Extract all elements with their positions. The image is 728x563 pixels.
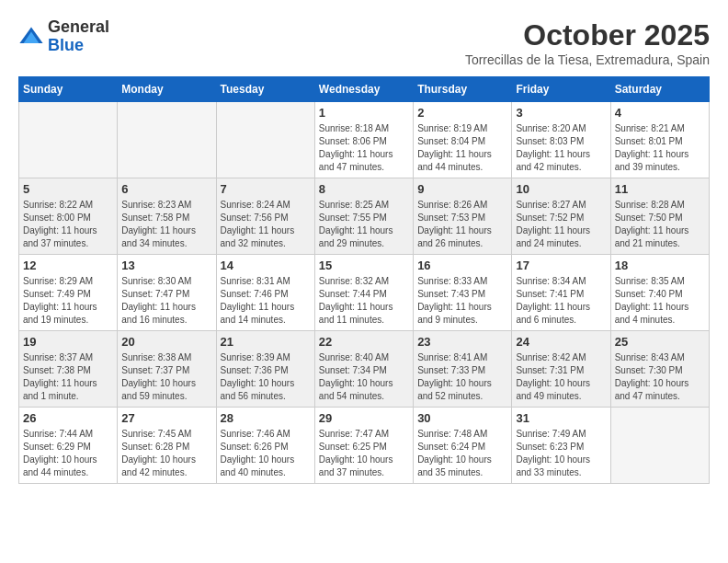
calendar-cell: 28Sunrise: 7:46 AM Sunset: 6:26 PM Dayli… bbox=[216, 408, 314, 484]
day-info: Sunrise: 8:38 AM Sunset: 7:37 PM Dayligh… bbox=[121, 351, 211, 403]
calendar-cell: 14Sunrise: 8:31 AM Sunset: 7:46 PM Dayli… bbox=[216, 255, 314, 331]
weekday-header: Friday bbox=[512, 77, 610, 102]
day-number: 4 bbox=[615, 106, 705, 120]
calendar-cell: 5Sunrise: 8:22 AM Sunset: 8:00 PM Daylig… bbox=[19, 178, 118, 255]
calendar-cell: 8Sunrise: 8:25 AM Sunset: 7:55 PM Daylig… bbox=[314, 178, 413, 255]
calendar-cell: 29Sunrise: 7:47 AM Sunset: 6:25 PM Dayli… bbox=[314, 408, 413, 484]
month-title: October 2025 bbox=[465, 18, 710, 52]
day-number: 27 bbox=[121, 411, 211, 425]
day-number: 19 bbox=[23, 335, 113, 349]
day-info: Sunrise: 8:39 AM Sunset: 7:36 PM Dayligh… bbox=[221, 351, 311, 403]
day-number: 9 bbox=[417, 182, 507, 196]
day-number: 21 bbox=[221, 335, 311, 349]
calendar-cell: 19Sunrise: 8:37 AM Sunset: 7:38 PM Dayli… bbox=[19, 331, 118, 408]
calendar-cell: 3Sunrise: 8:20 AM Sunset: 8:03 PM Daylig… bbox=[512, 102, 610, 178]
calendar-cell bbox=[19, 102, 118, 178]
day-info: Sunrise: 8:21 AM Sunset: 8:01 PM Dayligh… bbox=[615, 122, 705, 174]
calendar-week-row: 12Sunrise: 8:29 AM Sunset: 7:49 PM Dayli… bbox=[19, 255, 710, 331]
day-number: 26 bbox=[23, 411, 113, 425]
day-number: 5 bbox=[23, 182, 113, 196]
calendar-cell: 15Sunrise: 8:32 AM Sunset: 7:44 PM Dayli… bbox=[314, 255, 413, 331]
weekday-header: Sunday bbox=[19, 77, 118, 102]
calendar-cell: 7Sunrise: 8:24 AM Sunset: 7:56 PM Daylig… bbox=[216, 178, 314, 255]
day-number: 7 bbox=[221, 182, 311, 196]
calendar-cell: 9Sunrise: 8:26 AM Sunset: 7:53 PM Daylig… bbox=[414, 178, 512, 255]
calendar-cell: 2Sunrise: 8:19 AM Sunset: 8:04 PM Daylig… bbox=[414, 102, 512, 178]
day-number: 1 bbox=[319, 106, 409, 120]
day-info: Sunrise: 7:48 AM Sunset: 6:24 PM Dayligh… bbox=[417, 428, 507, 479]
day-number: 30 bbox=[417, 411, 507, 425]
day-info: Sunrise: 7:46 AM Sunset: 6:26 PM Dayligh… bbox=[221, 428, 311, 479]
title-block: October 2025 Torrecillas de la Tiesa, Ex… bbox=[465, 18, 710, 67]
day-number: 23 bbox=[417, 335, 507, 349]
calendar-cell: 4Sunrise: 8:21 AM Sunset: 8:01 PM Daylig… bbox=[610, 102, 709, 178]
calendar-cell: 31Sunrise: 7:49 AM Sunset: 6:23 PM Dayli… bbox=[512, 408, 610, 484]
calendar-cell: 20Sunrise: 8:38 AM Sunset: 7:37 PM Dayli… bbox=[118, 331, 216, 408]
day-number: 13 bbox=[121, 259, 211, 272]
day-info: Sunrise: 8:43 AM Sunset: 7:30 PM Dayligh… bbox=[615, 351, 705, 403]
day-number: 17 bbox=[516, 259, 606, 272]
calendar-cell: 22Sunrise: 8:40 AM Sunset: 7:34 PM Dayli… bbox=[314, 331, 413, 408]
day-info: Sunrise: 8:22 AM Sunset: 8:00 PM Dayligh… bbox=[23, 199, 113, 250]
calendar-cell: 25Sunrise: 8:43 AM Sunset: 7:30 PM Dayli… bbox=[610, 331, 709, 408]
weekday-header: Saturday bbox=[610, 77, 709, 102]
day-info: Sunrise: 8:42 AM Sunset: 7:31 PM Dayligh… bbox=[516, 351, 606, 403]
calendar-cell: 26Sunrise: 7:44 AM Sunset: 6:29 PM Dayli… bbox=[19, 408, 118, 484]
day-info: Sunrise: 8:25 AM Sunset: 7:55 PM Dayligh… bbox=[319, 199, 409, 250]
logo-text: General Blue bbox=[48, 18, 109, 55]
day-number: 6 bbox=[121, 182, 211, 196]
calendar-header-row: SundayMondayTuesdayWednesdayThursdayFrid… bbox=[19, 77, 710, 102]
calendar-cell: 6Sunrise: 8:23 AM Sunset: 7:58 PM Daylig… bbox=[118, 178, 216, 255]
calendar-cell: 12Sunrise: 8:29 AM Sunset: 7:49 PM Dayli… bbox=[19, 255, 118, 331]
weekday-header: Tuesday bbox=[216, 77, 314, 102]
day-info: Sunrise: 8:31 AM Sunset: 7:46 PM Dayligh… bbox=[221, 275, 311, 327]
day-number: 10 bbox=[516, 182, 606, 196]
day-info: Sunrise: 8:40 AM Sunset: 7:34 PM Dayligh… bbox=[319, 351, 409, 403]
day-number: 29 bbox=[319, 411, 409, 425]
calendar-week-row: 1Sunrise: 8:18 AM Sunset: 8:06 PM Daylig… bbox=[19, 102, 710, 178]
weekday-header: Wednesday bbox=[314, 77, 413, 102]
page-header: General Blue October 2025 Torrecillas de… bbox=[18, 18, 710, 67]
day-info: Sunrise: 8:35 AM Sunset: 7:40 PM Dayligh… bbox=[615, 275, 705, 327]
day-info: Sunrise: 8:26 AM Sunset: 7:53 PM Dayligh… bbox=[417, 199, 507, 250]
day-info: Sunrise: 7:45 AM Sunset: 6:28 PM Dayligh… bbox=[121, 428, 211, 479]
logo: General Blue bbox=[18, 18, 109, 55]
calendar-cell bbox=[216, 102, 314, 178]
day-info: Sunrise: 8:29 AM Sunset: 7:49 PM Dayligh… bbox=[23, 275, 113, 327]
day-number: 2 bbox=[417, 106, 507, 120]
day-info: Sunrise: 8:30 AM Sunset: 7:47 PM Dayligh… bbox=[121, 275, 211, 327]
calendar-cell: 23Sunrise: 8:41 AM Sunset: 7:33 PM Dayli… bbox=[414, 331, 512, 408]
calendar-cell: 30Sunrise: 7:48 AM Sunset: 6:24 PM Dayli… bbox=[414, 408, 512, 484]
calendar-cell: 18Sunrise: 8:35 AM Sunset: 7:40 PM Dayli… bbox=[610, 255, 709, 331]
day-info: Sunrise: 7:47 AM Sunset: 6:25 PM Dayligh… bbox=[319, 428, 409, 479]
day-number: 22 bbox=[319, 335, 409, 349]
day-info: Sunrise: 8:33 AM Sunset: 7:43 PM Dayligh… bbox=[417, 275, 507, 327]
day-info: Sunrise: 8:27 AM Sunset: 7:52 PM Dayligh… bbox=[516, 199, 606, 250]
day-number: 3 bbox=[516, 106, 606, 120]
day-info: Sunrise: 8:28 AM Sunset: 7:50 PM Dayligh… bbox=[615, 199, 705, 250]
calendar-week-row: 19Sunrise: 8:37 AM Sunset: 7:38 PM Dayli… bbox=[19, 331, 710, 408]
day-number: 31 bbox=[516, 411, 606, 425]
day-number: 20 bbox=[121, 335, 211, 349]
calendar-cell: 24Sunrise: 8:42 AM Sunset: 7:31 PM Dayli… bbox=[512, 331, 610, 408]
day-info: Sunrise: 8:24 AM Sunset: 7:56 PM Dayligh… bbox=[221, 199, 311, 250]
calendar-cell: 13Sunrise: 8:30 AM Sunset: 7:47 PM Dayli… bbox=[118, 255, 216, 331]
day-info: Sunrise: 7:44 AM Sunset: 6:29 PM Dayligh… bbox=[23, 428, 113, 479]
day-number: 15 bbox=[319, 259, 409, 272]
calendar-cell bbox=[610, 408, 709, 484]
calendar-cell: 21Sunrise: 8:39 AM Sunset: 7:36 PM Dayli… bbox=[216, 331, 314, 408]
calendar-cell: 11Sunrise: 8:28 AM Sunset: 7:50 PM Dayli… bbox=[610, 178, 709, 255]
day-info: Sunrise: 8:41 AM Sunset: 7:33 PM Dayligh… bbox=[417, 351, 507, 403]
calendar-cell bbox=[118, 102, 216, 178]
calendar-cell: 17Sunrise: 8:34 AM Sunset: 7:41 PM Dayli… bbox=[512, 255, 610, 331]
day-number: 25 bbox=[615, 335, 705, 349]
day-number: 24 bbox=[516, 335, 606, 349]
location: Torrecillas de la Tiesa, Extremadura, Sp… bbox=[465, 52, 710, 67]
day-number: 28 bbox=[221, 411, 311, 425]
weekday-header: Thursday bbox=[414, 77, 512, 102]
calendar-table: SundayMondayTuesdayWednesdayThursdayFrid… bbox=[18, 76, 710, 484]
day-info: Sunrise: 8:37 AM Sunset: 7:38 PM Dayligh… bbox=[23, 351, 113, 403]
calendar-cell: 27Sunrise: 7:45 AM Sunset: 6:28 PM Dayli… bbox=[118, 408, 216, 484]
day-number: 18 bbox=[615, 259, 705, 272]
calendar-week-row: 5Sunrise: 8:22 AM Sunset: 8:00 PM Daylig… bbox=[19, 178, 710, 255]
